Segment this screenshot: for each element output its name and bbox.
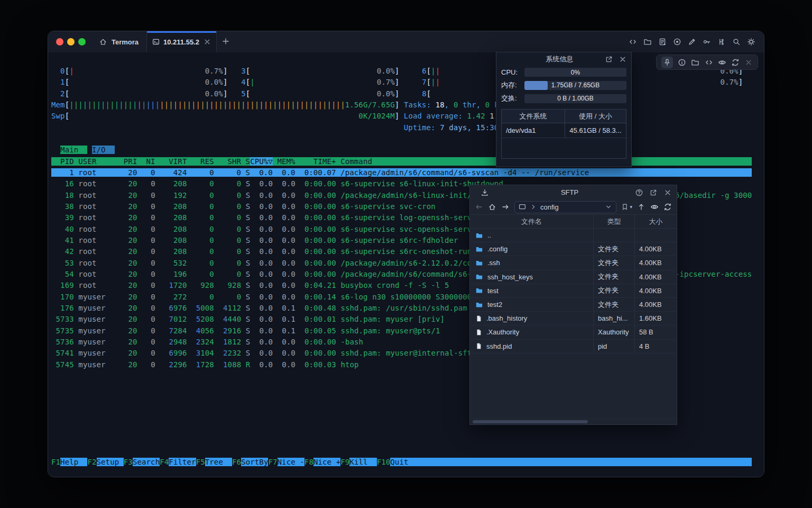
info-icon[interactable] — [678, 58, 686, 67]
file-name: .config — [487, 245, 508, 253]
file-size: 58 B — [634, 325, 677, 339]
column-header-filename[interactable]: 文件名 — [470, 215, 593, 228]
code-icon[interactable] — [705, 58, 713, 67]
column-header-type[interactable]: 类型 — [593, 215, 634, 228]
file-type: bash_hi... — [593, 312, 634, 325]
sftp-file-row[interactable]: test文件夹4.00KB — [470, 284, 677, 298]
file-name: .ssh — [487, 259, 500, 267]
fn-key-f3[interactable]: F3Search — [124, 458, 160, 466]
back-icon[interactable] — [475, 203, 483, 211]
folder-icon — [475, 232, 483, 239]
close-icon[interactable] — [744, 58, 753, 67]
app-home[interactable]: Termora — [99, 31, 139, 52]
refresh-icon[interactable] — [663, 203, 672, 211]
file-size: 4.00KB — [634, 298, 677, 311]
fn-key-f9[interactable]: F9Kill — [340, 458, 376, 466]
titlebar: Termora 10.211.55.2 — [48, 31, 764, 53]
pin-icon[interactable] — [661, 57, 673, 68]
fn-key-f10[interactable]: F10Quit — [377, 458, 752, 466]
file-icon — [475, 315, 482, 322]
scrollbar-thumb[interactable] — [473, 420, 588, 423]
tab-close-icon[interactable] — [203, 38, 211, 46]
fn-key-f5[interactable]: F5Tree — [196, 458, 232, 466]
refresh-icon[interactable] — [731, 58, 740, 67]
folder-icon — [475, 287, 483, 294]
terminal-icon — [152, 38, 160, 46]
htop-header-line-0: 0[| 0.7%] 3[ 0.0%] 6[|| 0.0%] — [51, 66, 752, 77]
popout-icon[interactable] — [649, 188, 658, 197]
sftp-file-row[interactable]: test2文件夹4.00KB — [470, 298, 677, 312]
traffic-light-maximize[interactable] — [78, 38, 86, 46]
sftp-file-row[interactable]: sshd.pidpid4 B — [470, 340, 677, 353]
file-name: .. — [487, 231, 491, 239]
tab-ssh-session[interactable]: 10.211.55.2 — [146, 31, 217, 52]
fn-key-f4[interactable]: F4Filter — [160, 458, 196, 466]
htop-process-row-selected[interactable]: 1 root 20 0 424 0 0 S 0.0 0.0 0:00.07 /p… — [51, 167, 752, 178]
filesystem-table: 文件系统 使用 / 大小 /dev/vda1 45.61GB / 58.3... — [501, 109, 626, 159]
file-name: test — [487, 287, 499, 295]
home-icon[interactable] — [488, 203, 496, 211]
edit-icon[interactable] — [688, 38, 696, 46]
htop-header-line-3: Mem[||||||||||||||||||||||||||||||||||||… — [51, 99, 752, 111]
fn-key-f7[interactable]: F7Nice - — [268, 458, 304, 466]
log-icon[interactable] — [658, 38, 667, 46]
help-icon[interactable] — [635, 188, 643, 197]
key-icon[interactable] — [703, 38, 711, 46]
folder-icon[interactable] — [643, 38, 652, 46]
fn-key-f2[interactable]: F2Setup — [87, 458, 123, 466]
up-directory-icon[interactable] — [637, 203, 645, 211]
path-breadcrumb[interactable]: config — [514, 201, 616, 213]
chevron-down-icon[interactable] — [604, 203, 613, 211]
fs-table-row[interactable]: /dev/vda1 45.61GB / 58.3... — [502, 123, 626, 138]
fn-key-f8[interactable]: F8Nice + — [304, 458, 340, 466]
htop-table-header[interactable]: PID USER PRI NI VIRT RES SHR SCPU%▽ MEM%… — [51, 156, 752, 167]
fs-name: /dev/vda1 — [502, 123, 565, 138]
search-icon[interactable] — [732, 38, 741, 46]
sftp-file-row[interactable]: .ssh文件夹4.00KB — [470, 256, 677, 270]
bookmark-menu[interactable]: ▾ — [621, 203, 632, 211]
sftp-file-row[interactable]: ssh_host_keys文件夹4.00KB — [470, 270, 677, 284]
popout-icon[interactable] — [605, 55, 613, 64]
bookmark-icon — [621, 203, 629, 211]
settings-icon[interactable] — [747, 38, 755, 46]
traffic-light-close[interactable] — [56, 38, 63, 46]
new-tab-button[interactable] — [222, 37, 230, 46]
chevron-right-icon — [529, 203, 538, 211]
forward-icon[interactable] — [501, 203, 510, 211]
sysinfo-value: 0% — [524, 68, 626, 77]
sftp-file-row[interactable]: .. — [470, 229, 677, 242]
traffic-light-minimize[interactable] — [67, 38, 75, 46]
sftp-file-row[interactable]: .config文件夹4.00KB — [470, 242, 677, 256]
fn-key-f6[interactable]: F6SortBy — [232, 458, 268, 466]
htop-function-bar: F1Help F2Setup F3SearchF4FilterF5Tree F6… — [51, 457, 752, 468]
file-size: 4.00KB — [634, 270, 677, 284]
htop-header-line-4: Swp[ 0K/1024M] Load average: 1.42 1.08 1… — [51, 111, 752, 122]
file-icon — [475, 342, 482, 350]
htop-header-line-5: Uptime: 7 days, 15:30:12 — [51, 122, 752, 133]
caret-down-icon: ▾ — [630, 204, 632, 210]
file-type: 文件夹 — [593, 298, 634, 311]
record-icon[interactable] — [673, 38, 681, 46]
htop-screen-tabs[interactable]: Main I/O — [51, 144, 752, 156]
file-type: Xauthority — [593, 325, 634, 339]
sysinfo-progress-bar: 0% — [524, 68, 626, 77]
file-size: 4.00KB — [634, 284, 677, 297]
sysinfo-label: 内存: — [501, 80, 524, 90]
keychain-icon[interactable] — [717, 38, 726, 46]
column-header-size[interactable]: 大小 — [634, 215, 677, 228]
fs-usage: 45.61GB / 58.3... — [565, 123, 626, 138]
download-icon[interactable] — [481, 188, 489, 197]
current-path: config — [540, 203, 559, 211]
show-hidden-icon[interactable] — [650, 203, 659, 211]
horizontal-scrollbar[interactable] — [470, 419, 677, 424]
code-icon[interactable] — [629, 38, 637, 46]
sftp-file-row[interactable]: .bash_historybash_hi...1.60KB — [470, 312, 677, 325]
fn-key-f1[interactable]: F1Help — [51, 458, 87, 466]
eye-icon[interactable] — [718, 58, 726, 67]
close-icon[interactable] — [619, 55, 627, 64]
app-title: Termora — [112, 38, 139, 46]
close-icon[interactable] — [663, 188, 672, 197]
folder-icon — [475, 259, 483, 267]
sftp-file-row[interactable]: .XauthorityXauthority58 B — [470, 325, 677, 339]
folder-icon[interactable] — [691, 58, 699, 67]
